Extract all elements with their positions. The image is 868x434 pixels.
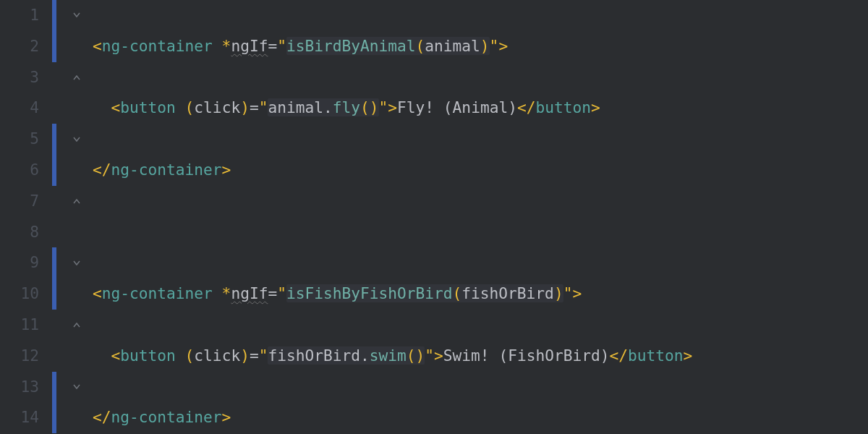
code-line[interactable]: </ng-container> [93,402,868,433]
code-area[interactable]: <ng-container *ngIf="isBirdByAnimal(anim… [93,0,868,434]
code-line[interactable]: <button (click)="fishOrBird.swim()">Swim… [93,341,868,372]
line-number: 10 [0,278,39,310]
line-number-gutter: 1 2 3 4 5 6 7 8 9 10 11 12 13 14 [0,0,52,434]
line-number: 12 [0,341,39,372]
fold-close-icon[interactable] [72,73,81,82]
fold-open-icon[interactable] [72,135,81,144]
change-marker [52,402,56,433]
change-marker [52,278,56,310]
line-number: 2 [0,31,39,62]
code-line[interactable] [93,217,868,248]
line-number: 1 [0,0,39,31]
fold-open-icon[interactable] [72,259,81,268]
code-line[interactable]: <button (click)="animal.fly()">Fly! (Ani… [93,93,868,124]
fold-close-icon[interactable] [72,197,81,205]
line-number: 5 [0,124,39,155]
fold-open-icon[interactable] [72,383,81,391]
code-line[interactable]: </ng-container> [93,155,868,186]
code-line[interactable]: <ng-container *ngIf="isFishByFishOrBird(… [93,278,868,310]
code-editor[interactable]: 1 2 3 4 5 6 7 8 9 10 11 12 13 14 <ng-con… [0,0,868,434]
fold-gutter [52,0,93,434]
change-marker [52,0,56,31]
fold-open-icon[interactable] [72,11,81,20]
change-marker [52,31,56,62]
line-number: 8 [0,217,39,248]
line-number: 13 [0,372,39,403]
line-number: 14 [0,402,39,433]
code-line[interactable]: <ng-container *ngIf="isBirdByAnimal(anim… [93,31,868,62]
line-number: 9 [0,247,39,278]
line-number: 7 [0,186,39,217]
change-marker [52,155,56,186]
line-number: 11 [0,310,39,341]
change-marker [52,124,56,155]
line-number: 3 [0,62,39,93]
fold-close-icon[interactable] [72,320,81,329]
change-marker [52,247,56,278]
line-number: 4 [0,93,39,124]
line-number: 6 [0,155,39,186]
change-marker [52,372,56,403]
